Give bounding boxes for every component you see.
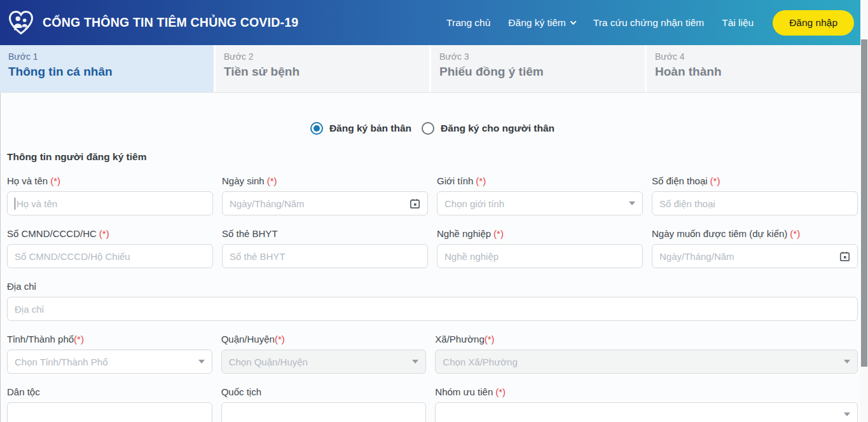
phone-input-wrap[interactable] — [652, 191, 858, 215]
address-input[interactable] — [15, 304, 850, 315]
caret-down-icon — [844, 360, 850, 364]
main-nav: Trang chủ Đăng ký tiêm Tra cứu chứng nhậ… — [446, 10, 854, 36]
form-row-1: Họ và tên(*) Ngày sinh(*) Giới tính(*) C… — [7, 175, 858, 215]
header: CỔNG THÔNG TIN TIÊM CHỦNG COVID-19 Trang… — [0, 0, 860, 45]
vertical-scrollbar[interactable] — [860, 0, 868, 422]
calendar-icon[interactable] — [410, 198, 420, 209]
field-bhyt: Số thẻ BHYT — [222, 228, 428, 268]
field-ward: Xã/Phường(*) Chọn Xã/Phường — [435, 334, 858, 374]
step-4-complete[interactable]: Bước 4 Hoàn thành — [647, 45, 860, 92]
nationality-input-wrap[interactable] — [221, 402, 427, 422]
step-number: Bước 3 — [439, 51, 636, 62]
expected-date-input[interactable] — [659, 251, 834, 262]
step-2-medical-history[interactable]: Bước 2 Tiền sử bệnh — [216, 45, 429, 92]
chevron-down-icon — [570, 18, 576, 25]
step-title: Thông tin cá nhân — [8, 65, 205, 79]
field-id-number: Số CMND/CCCD/HC(*) — [7, 228, 213, 268]
caret-down-icon — [412, 360, 418, 364]
ethnicity-input-wrap[interactable] — [7, 402, 212, 422]
caret-down-icon — [198, 360, 205, 364]
province-select[interactable]: Chọn Tỉnh/Thành Phố — [7, 350, 212, 374]
nav-item-certificate-lookup[interactable]: Tra cứu chứng nhận tiêm — [593, 17, 704, 29]
form-row-5: Dân tộc Quốc tịch Nhóm ưu tiên(*) — [7, 386, 858, 422]
text-cursor — [15, 198, 15, 210]
field-ethnicity: Dân tộc — [7, 386, 212, 422]
field-nationality: Quốc tịch — [221, 386, 427, 422]
address-input-wrap[interactable] — [7, 297, 858, 321]
step-number: Bước 2 — [224, 51, 420, 62]
field-expected-date: Ngày muốn được tiêm (dự kiến)(*) — [652, 228, 858, 268]
field-full-name: Họ và tên(*) — [7, 175, 213, 215]
step-title: Phiếu đồng ý tiêm — [439, 65, 636, 79]
step-title: Hoàn thành — [655, 65, 851, 79]
step-3-consent-form[interactable]: Bước 3 Phiếu đồng ý tiêm — [431, 45, 645, 92]
heart-people-logo-icon — [8, 10, 34, 36]
field-phone: Số điện thoại(*) — [652, 175, 858, 215]
scrollbar-thumb[interactable] — [861, 39, 867, 367]
field-job: Nghề nghiệp(*) — [437, 228, 643, 268]
portal-title: CỔNG THÔNG TIN TIÊM CHỦNG COVID-19 — [43, 15, 298, 30]
phone-input[interactable] — [659, 198, 850, 209]
radio-icon[interactable] — [422, 122, 434, 135]
bhyt-input[interactable] — [230, 251, 420, 262]
brand[interactable]: CỔNG THÔNG TIN TIÊM CHỦNG COVID-19 — [8, 10, 298, 36]
registration-form: Đăng ký bản thân Đăng ký cho người thân … — [0, 93, 860, 422]
expected-date-input-wrap[interactable] — [652, 244, 858, 268]
nav-item-documents[interactable]: Tài liệu — [722, 17, 754, 29]
step-1-personal-info[interactable]: Bước 1 Thông tin cá nhân — [0, 45, 214, 92]
form-row-2: Số CMND/CCCD/HC(*) Số thẻ BHYT Nghề nghi… — [7, 228, 858, 268]
step-title: Tiền sử bệnh — [224, 65, 420, 79]
job-input[interactable] — [444, 251, 635, 262]
calendar-icon[interactable] — [839, 251, 850, 262]
step-number: Bước 1 — [8, 51, 205, 62]
radio-register-relative[interactable]: Đăng ký cho người thân — [422, 122, 555, 135]
form-row-4: Tỉnh/Thành phố(*) Chọn Tỉnh/Thành Phố Qu… — [7, 334, 858, 374]
step-number: Bước 4 — [655, 51, 851, 62]
nationality-input[interactable] — [229, 409, 419, 420]
bhyt-input-wrap[interactable] — [222, 244, 428, 268]
field-dob: Ngày sinh(*) — [222, 175, 428, 215]
district-select[interactable]: Chọn Quận/Huyện — [221, 350, 427, 374]
radio-icon[interactable] — [310, 122, 323, 135]
login-button[interactable]: Đăng nhập — [773, 10, 854, 36]
dob-input[interactable] — [230, 198, 404, 209]
field-address: Địa chỉ — [7, 281, 858, 321]
full-name-input[interactable] — [17, 198, 205, 209]
caret-down-icon — [629, 201, 635, 205]
priority-group-select[interactable] — [435, 402, 858, 422]
field-priority-group: Nhóm ưu tiên(*) — [435, 386, 858, 422]
radio-register-self[interactable]: Đăng ký bản thân — [310, 122, 411, 135]
field-gender: Giới tính(*) Chọn giới tính — [437, 175, 643, 215]
field-province: Tỉnh/Thành phố(*) Chọn Tỉnh/Thành Phố — [7, 334, 212, 374]
gender-select[interactable]: Chọn giới tính — [437, 191, 643, 215]
steps-bar: Bước 1 Thông tin cá nhân Bước 2 Tiền sử … — [0, 45, 860, 93]
section-title: Thông tin người đăng ký tiêm — [7, 151, 858, 163]
ethnicity-input[interactable] — [15, 409, 205, 420]
ward-select[interactable]: Chọn Xã/Phường — [435, 350, 858, 374]
nav-item-register[interactable]: Đăng ký tiêm — [508, 17, 575, 29]
dob-input-wrap[interactable] — [222, 191, 428, 215]
job-input-wrap[interactable] — [437, 244, 643, 268]
form-row-3: Địa chỉ — [7, 281, 858, 321]
id-number-input[interactable] — [15, 251, 205, 262]
id-number-input-wrap[interactable] — [7, 244, 213, 268]
nav-item-home[interactable]: Trang chủ — [446, 17, 490, 29]
registration-type-group: Đăng ký bản thân Đăng ký cho người thân — [7, 93, 858, 135]
field-district: Quận/Huyện(*) Chọn Quận/Huyện — [221, 334, 427, 374]
full-name-input-wrap[interactable] — [7, 191, 213, 215]
caret-down-icon — [844, 412, 850, 416]
